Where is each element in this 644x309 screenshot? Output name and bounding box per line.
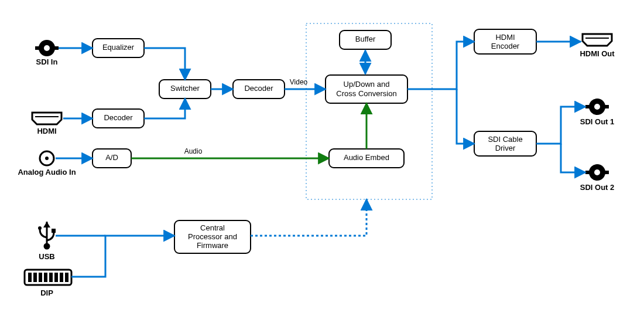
decoder-hdmi-label: Decoder [104,113,133,122]
switcher-label: Switcher [170,84,200,93]
cpu-label-1: Central [200,223,225,232]
hdmi-out-label: HDMI Out [580,49,615,58]
svg-rect-15 [44,273,47,282]
svg-rect-28 [603,171,609,174]
sdi-drv-label-2: Driver [495,144,516,152]
edge-cpu-region [251,199,366,236]
usb-label: USB [39,252,54,261]
svg-rect-23 [585,105,591,108]
sdi-out-1-icon [585,99,609,115]
edge-sdidrv-out2 [561,144,585,172]
svg-rect-13 [33,273,37,282]
cpu-label-2: Processor and [188,232,237,241]
svg-rect-24 [603,105,609,108]
edge-dip-cpu [71,236,174,277]
hdmi-enc-label-2: Encoder [491,42,520,50]
svg-point-22 [594,104,600,110]
updown-label-1: Up/Down and [344,80,390,89]
buffer-label: Buffer [355,35,376,43]
dip-label: DIP [40,288,53,297]
sdi-in-label: SDI In [36,57,58,66]
hdmi-out-icon [583,34,612,46]
sdi-out-1-label: SDI Out 1 [580,117,615,126]
usb-icon [38,222,56,249]
edge-updown-sdidrv [457,89,474,144]
equalizer-label: Equalizer [102,43,135,52]
cpu-label-3: Firmware [197,241,228,250]
decoder2-label: Decoder [244,84,273,93]
edge-eq-switcher [144,48,185,80]
svg-point-6 [45,157,49,160]
svg-rect-10 [52,229,56,233]
svg-rect-14 [39,273,42,282]
svg-rect-16 [49,273,53,282]
edge-sdidrv-out1 [536,107,585,144]
analog-audio-in-icon [40,151,54,165]
hdmi-in-label: HDMI [37,127,56,135]
hdmi-enc-label-1: HDMI [495,33,515,42]
audio-embed-label: Audio Embed [344,153,389,162]
svg-rect-12 [28,273,32,282]
svg-rect-27 [585,171,591,174]
hdmi-in-icon [32,113,61,124]
svg-rect-18 [60,273,63,282]
dip-icon [25,270,71,285]
svg-rect-19 [65,273,68,282]
audio-label: Audio [184,147,203,155]
svg-rect-17 [54,273,58,282]
svg-point-26 [594,169,600,175]
sdi-in-icon [35,40,59,56]
edge-dec-switcher [144,99,185,118]
updown-label-2: Cross Conversion [336,89,396,98]
video-label: Video [290,78,308,86]
sdi-out-2-icon [585,164,609,181]
ad-label: A/D [105,153,118,162]
sdi-out-2-label: SDI Out 2 [580,183,615,192]
svg-point-9 [38,226,42,230]
analog-audio-in-label: Analog Audio In [18,168,76,176]
block-diagram: SDI In Equalizer HDMI Decoder Switcher D… [0,0,644,309]
svg-rect-2 [35,46,41,50]
svg-rect-3 [53,46,59,50]
svg-point-1 [44,45,50,51]
edge-updown-hdmienc [407,42,474,89]
sdi-drv-label-1: SDI Cable [488,135,522,144]
